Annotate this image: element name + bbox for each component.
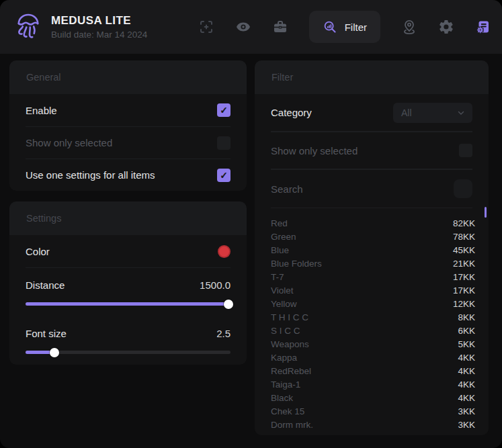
jellyfish-logo-icon [13,11,43,43]
category-dropdown-value: All [401,107,412,118]
list-item[interactable]: T H I C C 8KK [271,310,475,324]
search-row: Search [271,169,472,208]
settings-body: Color Distance 1500.0 [9,235,247,365]
list-item-name: Taiga-1 [271,379,300,390]
checkbox-row: Show only selected [26,126,231,159]
list-item-name: Red [271,218,288,228]
list-item-count: 4KK [458,366,475,376]
slider-track[interactable] [26,302,231,306]
list-item-count: 82KK [453,218,475,228]
briefcase-icon[interactable] [272,19,288,35]
list-item-name: S I C C [271,326,300,336]
checkbox-row: Use one settings for all items ✓ [26,159,231,191]
list-item[interactable]: Violet 17KK [271,283,475,297]
list-item[interactable]: Blue 45KK [271,243,475,257]
list-item[interactable]: Taiga-1 4KK [271,377,475,391]
list-item[interactable]: Weapons 5KK [271,337,475,351]
app-window: MEDUSA LITE Build date: Mar 14 2024 [0,0,502,448]
list-item-count: 17KK [453,272,475,282]
list-item-name: Violet [271,285,294,296]
list-item[interactable]: Blue Folders 21KK [271,257,475,270]
list-item-count: 4KK [458,353,475,363]
list-item-name: Kappa [271,353,297,363]
gear-icon[interactable] [438,19,454,35]
list-item[interactable]: Chek 15 3KK [271,404,475,418]
slider-track[interactable] [26,351,231,354]
crosshair-plus-icon[interactable] [198,19,214,35]
list-item-name: Chek 15 [271,406,304,416]
app-title: MEDUSA LITE [51,14,147,28]
list-item-count: 78KK [453,232,475,242]
list-item-name: Blue [271,245,289,255]
search-label: Search [271,183,303,195]
filter-item-list: Red 82KK Green 78KK Blue 45KK Blue Folde… [255,208,489,438]
checkbox[interactable]: ✓ [217,103,231,117]
checkbox-row-label: Enable [26,105,57,116]
settings-card-title: Settings [9,201,247,235]
category-label: Category [271,107,312,118]
color-swatch[interactable] [218,245,231,258]
show-only-selected-checkbox[interactable] [459,144,472,157]
slider-value: 2.5 [216,328,231,339]
list-item[interactable]: Green 78KK [271,230,475,243]
checkbox[interactable]: ✓ [217,169,231,182]
checkbox-row: Enable ✓ [26,94,231,126]
header: MEDUSA LITE Build date: Mar 14 2024 [0,0,502,54]
list-gear-icon[interactable] [475,19,491,35]
checkbox-row-label: Show only selected [26,137,112,148]
list-item-count: 6KK [458,326,475,336]
general-card-title: General [9,60,247,94]
list-item[interactable]: T-7 17KK [271,270,475,283]
list-item-count: 5KK [458,339,475,349]
search-chart-icon [323,19,337,34]
list-item-name: Blue Folders [271,259,322,269]
slider-fill [26,302,228,306]
general-rows: Enable ✓ Show only selected Use one sett… [9,94,247,191]
chevron-down-icon [456,108,466,118]
slider-label: Font size [26,328,67,339]
list-item-count: 4KK [458,393,475,403]
list-item[interactable]: Red 82KK [271,216,475,230]
list-item-count: 3KK [458,406,475,416]
list-item-count: 8KK [458,312,475,322]
scrollbar-thumb[interactable] [485,207,487,218]
color-row: Color [26,235,231,267]
list-item[interactable]: Kappa 4KK [271,351,475,364]
color-label: Color [26,246,50,257]
settings-card: Settings Color Distance 1500.0 [9,201,247,365]
slider-block: Distance 1500.0 [26,268,231,316]
checkbox[interactable] [217,136,231,150]
title-block: MEDUSA LITE Build date: Mar 14 2024 [51,14,147,40]
list-item-name: T-7 [271,272,284,282]
list-item-count: 12KK [453,299,475,309]
eye-icon[interactable] [235,19,251,35]
slider-value: 1500.0 [200,279,231,291]
list-item-count: 21KK [453,259,475,269]
list-item[interactable]: Dorm mrk. 3KK [271,418,475,431]
list-item-name: Yellow [271,299,297,309]
search-input[interactable] [454,179,472,198]
slider-label: Distance [26,279,65,291]
location-pin-icon[interactable] [401,19,417,35]
list-item-count: 45KK [453,245,475,255]
slider-thumb[interactable] [224,300,233,309]
list-item[interactable]: S I C C 6KK [271,324,475,337]
list-item-count: 3KK [458,420,475,430]
list-item[interactable]: Black 4KK [271,391,475,404]
list-item[interactable]: Yellow 12KK [271,297,475,310]
show-only-selected-label: Show only selected [271,145,358,156]
list-item-count: 17KK [453,285,475,296]
slider-thumb[interactable] [50,348,59,357]
list-item-name: T H I C C [271,312,308,322]
category-row: Category All [271,94,472,132]
list-item[interactable]: RedRebel 4KK [271,364,475,377]
tab-filter-label: Filter [345,21,367,33]
header-nav: Filter [198,0,491,54]
list-item-name: Weapons [271,339,309,349]
category-dropdown[interactable]: All [393,103,472,123]
list-item-name: Dorm mrk. [271,420,313,430]
filter-card: Filter Category All Show only selected S… [255,60,489,435]
checkbox-row-label: Use one settings for all items [26,169,155,181]
general-card: General Enable ✓ Show only selected Use … [9,60,247,191]
tab-filter[interactable]: Filter [309,11,380,43]
